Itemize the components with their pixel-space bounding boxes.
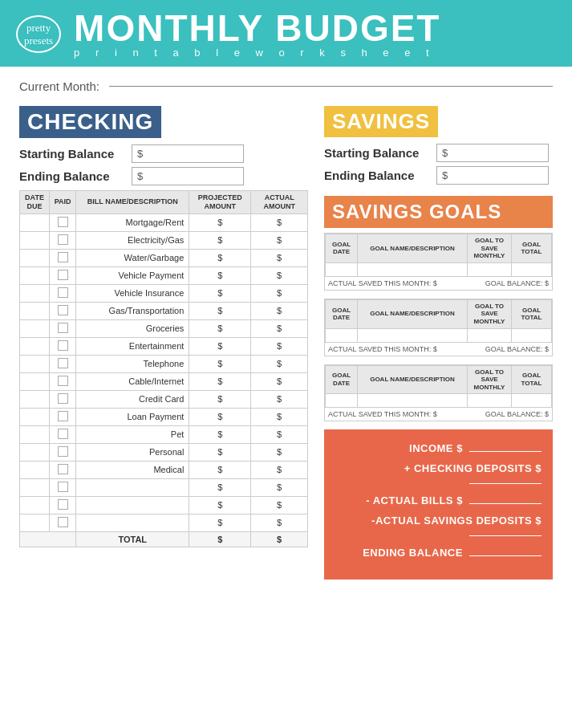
bill-actual-9[interactable]: $ [251, 372, 308, 390]
goal3-date-cell[interactable] [326, 394, 358, 408]
bill-actual-3[interactable]: $ [251, 266, 308, 284]
bill-actual-12[interactable]: $ [251, 425, 308, 443]
goal1-total-cell[interactable] [512, 262, 552, 276]
goal3-total-cell[interactable] [512, 394, 552, 408]
bill-date-0[interactable] [20, 214, 50, 231]
bill-date-5[interactable] [20, 302, 50, 319]
goal2-monthly-cell[interactable] [468, 328, 512, 342]
savings-starting-input[interactable]: $ [436, 144, 549, 162]
bill-proj-7[interactable]: $ [189, 337, 251, 355]
bill-paid-7[interactable] [50, 337, 76, 355]
bill-proj-17[interactable]: $ [189, 514, 251, 531]
checking-deposits-value[interactable] [469, 483, 542, 484]
bill-date-17[interactable] [20, 514, 50, 531]
bill-paid-3[interactable] [50, 266, 76, 284]
bill-actual-7[interactable]: $ [251, 337, 308, 355]
savings-ending-label: Ending Balance [324, 169, 428, 182]
bill-date-15[interactable] [20, 478, 50, 496]
goal3-monthly-cell[interactable] [468, 394, 512, 408]
bill-proj-8[interactable]: $ [189, 355, 251, 372]
income-value[interactable] [469, 451, 542, 452]
bill-proj-15[interactable]: $ [189, 478, 251, 496]
bill-paid-9[interactable] [50, 372, 76, 390]
savings-goals-section: SAVINGS GOALS GOALDATE GOAL NAME/DESCRIP… [324, 196, 553, 421]
bill-actual-2[interactable]: $ [251, 249, 308, 266]
bill-name-17 [76, 514, 189, 531]
bill-actual-16[interactable]: $ [251, 496, 308, 514]
bill-paid-2[interactable] [50, 249, 76, 266]
bill-proj-3[interactable]: $ [189, 266, 251, 284]
bill-paid-0[interactable] [50, 214, 76, 231]
savings-ending-input[interactable]: $ [436, 166, 549, 185]
bill-date-12[interactable] [20, 425, 50, 443]
bill-proj-16[interactable]: $ [189, 496, 251, 514]
bill-actual-4[interactable]: $ [251, 284, 308, 302]
bill-name-13: Personal [76, 443, 189, 461]
bill-paid-8[interactable] [50, 355, 76, 372]
bill-paid-1[interactable] [50, 231, 76, 249]
bill-actual-1[interactable]: $ [251, 231, 308, 249]
bill-proj-12[interactable]: $ [189, 425, 251, 443]
goal3-name-cell[interactable] [358, 394, 468, 408]
bill-proj-11[interactable]: $ [189, 408, 251, 425]
bill-date-7[interactable] [20, 337, 50, 355]
bill-actual-14[interactable]: $ [251, 461, 308, 478]
bill-paid-13[interactable] [50, 443, 76, 461]
bill-actual-17[interactable]: $ [251, 514, 308, 531]
bill-date-8[interactable] [20, 355, 50, 372]
bill-date-1[interactable] [20, 231, 50, 249]
goal-table-3: GOALDATE GOAL NAME/DESCRIPTION GOAL TO S… [325, 365, 552, 409]
bill-actual-11[interactable]: $ [251, 408, 308, 425]
bill-paid-11[interactable] [50, 408, 76, 425]
bill-actual-0[interactable]: $ [251, 214, 308, 231]
bill-date-16[interactable] [20, 496, 50, 514]
goal2-date-cell[interactable] [326, 328, 358, 342]
bill-actual-10[interactable]: $ [251, 390, 308, 408]
bill-paid-6[interactable] [50, 319, 76, 337]
bill-actual-8[interactable]: $ [251, 355, 308, 372]
bill-date-2[interactable] [20, 249, 50, 266]
bill-date-4[interactable] [20, 284, 50, 302]
bill-actual-5[interactable]: $ [251, 302, 308, 319]
bill-date-10[interactable] [20, 390, 50, 408]
bill-proj-2[interactable]: $ [189, 249, 251, 266]
goal1-name-header: GOAL NAME/DESCRIPTION [358, 234, 468, 263]
goal2-name-cell[interactable] [358, 328, 468, 342]
bill-proj-4[interactable]: $ [189, 284, 251, 302]
bill-proj-0[interactable]: $ [189, 214, 251, 231]
goal1-name-cell[interactable] [358, 262, 468, 276]
bill-paid-14[interactable] [50, 461, 76, 478]
bill-paid-17[interactable] [50, 514, 76, 531]
ending-balance-value[interactable] [469, 555, 542, 556]
goal2-total-cell[interactable] [512, 328, 552, 342]
bill-proj-10[interactable]: $ [189, 390, 251, 408]
bill-actual-15[interactable]: $ [251, 478, 308, 496]
bill-proj-5[interactable]: $ [189, 302, 251, 319]
bill-date-9[interactable] [20, 372, 50, 390]
bill-paid-15[interactable] [50, 478, 76, 496]
goal1-date-cell[interactable] [326, 262, 358, 276]
checking-ending-input[interactable]: $ [132, 167, 244, 185]
bill-proj-6[interactable]: $ [189, 319, 251, 337]
bill-paid-10[interactable] [50, 390, 76, 408]
bill-date-13[interactable] [20, 443, 50, 461]
bill-proj-13[interactable]: $ [189, 443, 251, 461]
bill-proj-1[interactable]: $ [189, 231, 251, 249]
checking-starting-input[interactable]: $ [132, 144, 244, 163]
bill-paid-16[interactable] [50, 496, 76, 514]
bill-paid-5[interactable] [50, 302, 76, 319]
actual-bills-value[interactable] [469, 503, 542, 504]
goal1-monthly-cell[interactable] [468, 262, 512, 276]
bill-actual-6[interactable]: $ [251, 319, 308, 337]
bill-paid-4[interactable] [50, 284, 76, 302]
bill-row-17: $ $ [20, 514, 308, 531]
bill-date-11[interactable] [20, 408, 50, 425]
bill-paid-12[interactable] [50, 425, 76, 443]
bill-date-3[interactable] [20, 266, 50, 284]
bill-proj-14[interactable]: $ [189, 461, 251, 478]
actual-savings-value[interactable] [469, 535, 542, 536]
bill-proj-9[interactable]: $ [189, 372, 251, 390]
bill-date-14[interactable] [20, 461, 50, 478]
bill-actual-13[interactable]: $ [251, 443, 308, 461]
bill-date-6[interactable] [20, 319, 50, 337]
